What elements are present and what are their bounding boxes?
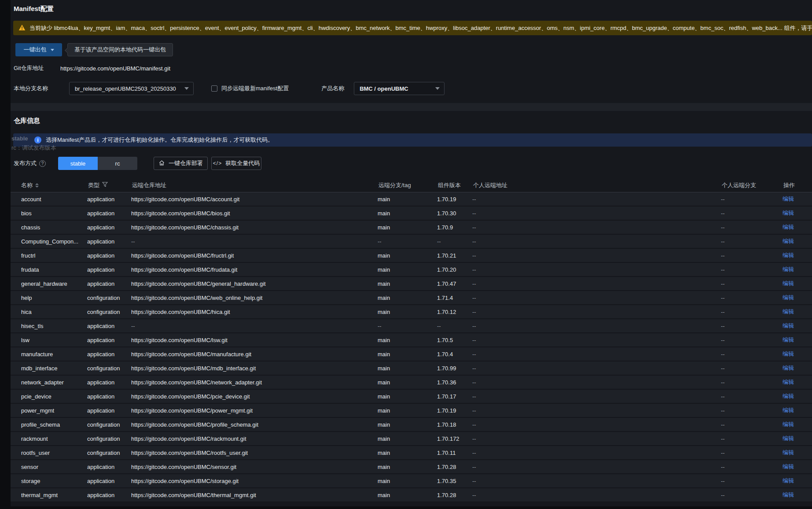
- edit-link[interactable]: 编辑: [783, 477, 794, 484]
- repo-type: application: [87, 464, 131, 470]
- repo-name: thermal_mgmt: [21, 492, 87, 498]
- edit-link[interactable]: 编辑: [783, 280, 794, 287]
- repo-personal-url: --: [472, 464, 721, 470]
- repo-remote-url: https://gitcode.com/openUBMC/rootfs_user…: [131, 450, 378, 456]
- edit-link[interactable]: 编辑: [783, 393, 794, 399]
- table-row: manufacture application https://gitcode.…: [11, 347, 812, 361]
- edit-link[interactable]: 编辑: [783, 252, 794, 258]
- fetch-full-code-label: 获取全量代码: [225, 159, 260, 167]
- edit-link[interactable]: 编辑: [783, 210, 794, 216]
- edit-link[interactable]: 编辑: [783, 350, 794, 357]
- repo-name: power_mgmt: [21, 407, 87, 414]
- help-icon[interactable]: ?: [39, 160, 46, 167]
- repo-personal-url: --: [472, 478, 721, 484]
- repo-personal-branch: --: [721, 407, 783, 414]
- repo-personal-url: --: [472, 252, 721, 259]
- repo-personal-branch: --: [721, 450, 783, 456]
- edit-link[interactable]: 编辑: [783, 463, 794, 470]
- sync-manifest-checkbox[interactable]: [211, 85, 217, 92]
- edit-link[interactable]: 编辑: [783, 294, 794, 301]
- fetch-full-code-button[interactable]: </> 获取全量代码: [211, 157, 261, 170]
- repo-personal-branch: --: [721, 280, 783, 287]
- filter-icon[interactable]: [102, 182, 108, 188]
- repo-remote-branch: main: [378, 393, 437, 400]
- repo-personal-branch: --: [721, 323, 783, 329]
- edit-link[interactable]: 编辑: [783, 491, 794, 498]
- repo-personal-branch: --: [721, 337, 783, 343]
- edit-link[interactable]: 编辑: [783, 336, 794, 343]
- repo-type: application: [87, 379, 131, 386]
- repo-personal-branch: --: [721, 351, 783, 358]
- table-row: mdb_interface configuration https://gitc…: [11, 361, 812, 376]
- repo-version: --: [437, 238, 472, 245]
- repo-type: application: [87, 337, 131, 343]
- repo-type: configuration: [87, 309, 131, 315]
- table-row: Computing_Compon... application -- -- --…: [11, 235, 812, 249]
- table-row: thermal_mgmt application https://gitcode…: [11, 488, 812, 502]
- header-remote-branch: 远端分支/tag: [378, 181, 437, 189]
- edit-link[interactable]: 编辑: [783, 435, 794, 442]
- edit-link[interactable]: 编辑: [783, 365, 794, 371]
- dropdown-caret-icon: [51, 49, 54, 51]
- one-click-deploy-button[interactable]: 一键仓库部署: [154, 157, 208, 170]
- edit-link[interactable]: 编辑: [783, 379, 794, 385]
- mode-stable-button[interactable]: stable: [58, 157, 98, 170]
- repo-personal-branch: --: [721, 421, 783, 428]
- sort-icon[interactable]: [35, 183, 39, 188]
- repo-remote-url: https://gitcode.com/openUBMC/power_mgmt.…: [131, 407, 378, 414]
- repo-type: application: [87, 252, 131, 259]
- one-click-package-button[interactable]: 一键出包: [15, 43, 62, 56]
- product-select[interactable]: BMC / openUBMC: [354, 82, 445, 95]
- repo-type: application: [87, 280, 131, 287]
- repo-version: 1.70.47: [437, 280, 472, 287]
- repo-name: sensor: [21, 464, 87, 470]
- edit-link[interactable]: 编辑: [783, 421, 794, 428]
- repo-personal-url: --: [472, 196, 721, 203]
- header-version: 组件版本: [437, 181, 472, 189]
- repo-remote-url: https://gitcode.com/openUBMC/sensor.git: [131, 464, 378, 470]
- repo-name: manufacture: [21, 351, 87, 358]
- repo-type: application: [87, 393, 131, 400]
- edit-link[interactable]: 编辑: [783, 195, 794, 202]
- repo-remote-url: https://gitcode.com/openUBMC/mdb_interfa…: [131, 365, 378, 372]
- table-row: account application https://gitcode.com/…: [11, 192, 812, 207]
- repo-remote-branch: main: [378, 450, 437, 456]
- repo-version: 1.70.28: [437, 492, 472, 498]
- repo-personal-url: --: [472, 337, 721, 343]
- edit-link[interactable]: 编辑: [783, 238, 794, 244]
- edit-link[interactable]: 编辑: [783, 322, 794, 329]
- repo-type: application: [87, 238, 131, 245]
- one-click-deploy-label: 一键仓库部署: [169, 159, 203, 167]
- local-code-package-button[interactable]: 基于该产品空间的本地代码一键出包: [67, 43, 173, 56]
- product-value: BMC / openUBMC: [360, 85, 408, 92]
- table-header: 名称 类型 远端仓库地址 远端分支/tag 组件版本 个人远端地址 个人远端分支…: [11, 178, 812, 192]
- edit-link[interactable]: 编辑: [783, 308, 794, 315]
- header-actions: 操作: [783, 181, 805, 189]
- repo-version: 1.70.99: [437, 365, 472, 372]
- repo-personal-branch: --: [721, 224, 783, 231]
- table-row: profile_schema configuration https://git…: [11, 418, 812, 432]
- table-row: sensor application https://gitcode.com/o…: [11, 460, 812, 474]
- table-row: general_hardware application https://git…: [11, 277, 812, 291]
- repo-type: configuration: [87, 421, 131, 428]
- repo-remote-url: https://gitcode.com/openUBMC/thermal_mgm…: [131, 492, 378, 498]
- repo-personal-branch: --: [721, 492, 783, 498]
- repo-name: bios: [21, 210, 87, 217]
- repo-remote-branch: --: [378, 238, 437, 245]
- table-row: network_adapter application https://gitc…: [11, 376, 812, 390]
- repo-type: application: [87, 407, 131, 414]
- table-row: rootfs_user configuration https://gitcod…: [11, 446, 812, 460]
- mode-rc-button[interactable]: rc: [98, 157, 137, 170]
- table-body: account application https://gitcode.com/…: [11, 192, 812, 502]
- table-row: help configuration https://gitcode.com/o…: [11, 291, 812, 305]
- local-branch-select[interactable]: br_release_openUBMC2503_20250330: [69, 82, 194, 95]
- repo-personal-url: --: [472, 224, 721, 231]
- repo-remote-url: https://gitcode.com/openUBMC/frudata.git: [131, 266, 378, 273]
- edit-link[interactable]: 编辑: [783, 449, 794, 456]
- edit-link[interactable]: 编辑: [783, 407, 794, 413]
- git-repo-url: https://gitcode.com/openUBMC/manifest.gi…: [60, 65, 170, 72]
- edit-link[interactable]: 编辑: [783, 266, 794, 273]
- edit-link[interactable]: 编辑: [783, 224, 794, 230]
- repo-remote-url: --: [131, 323, 378, 329]
- repo-remote-branch: main: [378, 224, 437, 231]
